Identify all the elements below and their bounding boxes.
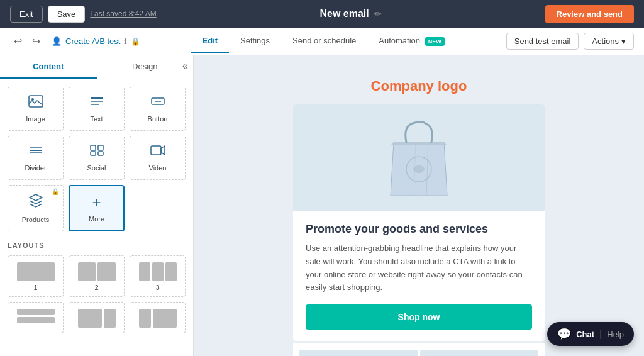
undo-button[interactable]: ↩ — [10, 34, 26, 48]
collapse-sidebar-button[interactable]: « — [182, 60, 188, 72]
layout-5[interactable] — [69, 302, 125, 333]
company-logo-area: Company logo — [293, 68, 545, 104]
layout-6-preview — [139, 309, 177, 328]
more-label: More — [89, 215, 104, 223]
footer-col-2 — [420, 350, 538, 356]
products-lock-icon: 🔒 — [52, 188, 59, 195]
content-tab[interactable]: Content — [0, 55, 97, 79]
layout-4[interactable] — [8, 302, 64, 333]
send-test-button[interactable]: Send test email — [506, 33, 579, 50]
top-bar: Exit Save Last saved 8:42 AM New email ✏… — [0, 0, 644, 28]
more-icon: + — [92, 194, 101, 211]
element-more[interactable]: + More — [69, 185, 125, 231]
element-image[interactable]: Image — [8, 87, 64, 131]
chat-divider: | — [599, 328, 602, 340]
email-headline: Promote your goods and services — [306, 223, 532, 236]
actions-button[interactable]: Actions ▾ — [584, 33, 634, 50]
email-body: Promote your goods and services Use an a… — [293, 211, 545, 341]
top-bar-center: New email ✏ — [319, 8, 381, 19]
top-bar-right: Review and send — [545, 5, 634, 23]
video-label: Video — [149, 164, 167, 172]
divider-label: Divider — [25, 164, 46, 172]
help-label: Help — [607, 330, 624, 339]
layout-3-label: 3 — [155, 284, 159, 291]
email-body-text: Use an attention-grabbing headline that … — [306, 242, 532, 294]
edit-icon[interactable]: ✏ — [374, 9, 382, 19]
svg-rect-10 — [91, 145, 96, 150]
layout-4-preview — [17, 309, 55, 328]
layout-1-preview — [17, 262, 55, 281]
layout-2-preview — [78, 262, 116, 281]
element-button[interactable]: Button — [130, 87, 186, 131]
info-icon: ℹ — [124, 37, 127, 46]
element-video[interactable]: Video — [130, 136, 186, 180]
svg-rect-13 — [98, 152, 103, 155]
tab-edit[interactable]: Edit — [191, 30, 230, 53]
svg-rect-12 — [91, 152, 96, 155]
nav-bar: ↩ ↪ 👤 Create A/B test ℹ 🔒 Edit Settings … — [0, 28, 644, 55]
layouts-title: LAYOUTS — [8, 242, 186, 249]
layout-2[interactable]: 2 — [69, 255, 125, 297]
email-canvas: Company logo — [293, 68, 545, 356]
social-label: Social — [87, 164, 106, 172]
ab-test-link[interactable]: 👤 Create A/B test ℹ 🔒 — [52, 36, 140, 46]
nav-tabs: Edit Settings Send or schedule Automatio… — [191, 30, 456, 53]
sidebar-tabs: Content Design — [0, 55, 193, 79]
nav-left: ↩ ↪ 👤 Create A/B test ℹ 🔒 — [10, 34, 140, 48]
email-title: New email — [319, 8, 369, 19]
button-icon — [150, 95, 165, 111]
svg-rect-11 — [98, 145, 103, 150]
layout-1-label: 1 — [33, 284, 37, 291]
shop-now-button[interactable]: Shop now — [306, 304, 532, 330]
tab-settings[interactable]: Settings — [229, 30, 281, 53]
email-product-section: Promote your goods and services Use an a… — [293, 104, 545, 341]
divider-icon — [28, 144, 43, 160]
design-tab[interactable]: Design — [97, 55, 194, 79]
company-logo-text: Company logo — [371, 78, 467, 94]
button-label: Button — [148, 115, 168, 123]
exit-button[interactable]: Exit — [10, 6, 43, 23]
tab-automation[interactable]: Automation NEW — [367, 30, 455, 53]
element-products[interactable]: 🔒 Products — [8, 185, 64, 231]
chat-widget[interactable]: 💬 Chat | Help — [547, 322, 634, 346]
chat-label: Chat — [576, 330, 594, 339]
layout-2-label: 2 — [94, 284, 98, 291]
ab-test-label: Create A/B test — [65, 36, 120, 46]
text-icon — [89, 95, 104, 111]
review-send-button[interactable]: Review and send — [545, 5, 634, 23]
element-text[interactable]: Text — [69, 87, 125, 131]
video-icon — [150, 144, 165, 160]
layout-6[interactable] — [130, 302, 186, 333]
email-footer-section — [293, 343, 545, 356]
elements-grid: Image Text — [8, 87, 186, 231]
nav-right: Send test email Actions ▾ — [506, 33, 634, 50]
layouts-grid-2 — [8, 302, 186, 333]
actions-label: Actions — [592, 36, 619, 46]
layout-1[interactable]: 1 — [8, 255, 64, 297]
shopping-bag-illustration — [381, 114, 457, 202]
chat-bubble-icon: 💬 — [557, 327, 571, 341]
layout-3-preview — [139, 262, 177, 281]
element-divider[interactable]: Divider — [8, 136, 64, 180]
tab-send-schedule[interactable]: Send or schedule — [281, 30, 367, 53]
image-icon — [28, 95, 43, 111]
footer-col-1 — [299, 350, 418, 356]
lock-icon: 🔒 — [131, 37, 140, 46]
layouts-grid: 1 2 3 — [8, 255, 186, 297]
layout-5-preview — [78, 309, 116, 328]
undo-redo-group: ↩ ↪ — [10, 34, 44, 48]
svg-rect-14 — [151, 146, 161, 155]
social-icon — [89, 144, 104, 160]
product-image-area — [293, 104, 545, 211]
new-badge: NEW — [425, 37, 445, 46]
sidebar: Content Design « Image — [0, 55, 194, 356]
top-bar-left: Exit Save Last saved 8:42 AM — [10, 6, 157, 23]
chevron-down-icon: ▾ — [621, 36, 626, 46]
layout-3[interactable]: 3 — [130, 255, 186, 297]
image-label: Image — [26, 115, 45, 123]
person-icon: 👤 — [52, 36, 62, 46]
redo-button[interactable]: ↪ — [28, 34, 44, 48]
element-social[interactable]: Social — [69, 136, 125, 180]
save-button[interactable]: Save — [48, 6, 86, 23]
sidebar-content: Image Text — [0, 79, 193, 341]
